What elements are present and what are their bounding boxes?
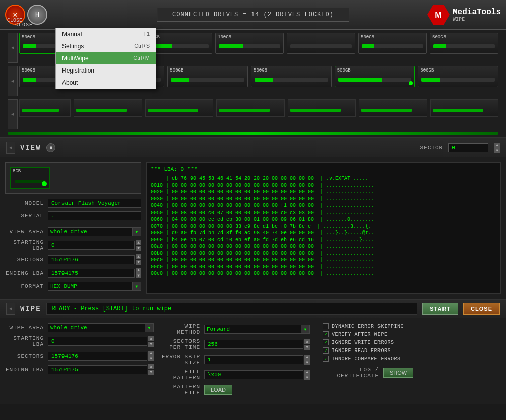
- hex-line: 0090 | b4 0e bb 07 00 cd 10 eb ef a0 fd …: [151, 237, 496, 244]
- view-left-panel: 8GB MODEL SERIAL VIEW AREA: [5, 162, 141, 294]
- wsectors-down[interactable]: ▼: [148, 356, 154, 361]
- wipe-area-select[interactable]: Whole drive: [48, 323, 154, 332]
- menu-item-settings[interactable]: Settings Ctrl+S: [56, 40, 156, 52]
- sector-up[interactable]: ▲: [494, 143, 500, 148]
- help-button[interactable]: H: [27, 5, 47, 25]
- drive-slot-18[interactable]: [288, 99, 356, 117]
- checkbox-row: IGNORE COMPARE ERRORS: [323, 356, 501, 362]
- slba-up[interactable]: ▲: [136, 240, 141, 245]
- fp-up[interactable]: ▲: [304, 370, 310, 375]
- elba-up[interactable]: ▲: [136, 268, 141, 273]
- checkbox-box[interactable]: [323, 356, 329, 362]
- drive-slot-17[interactable]: [216, 99, 284, 117]
- sectors-down[interactable]: ▼: [136, 260, 141, 265]
- wipe-starting-lba-row: STARTING LBA ▲ ▼: [5, 335, 154, 347]
- menu-item-registration[interactable]: Registration: [56, 64, 156, 77]
- drive-slot-6[interactable]: 500GB: [358, 33, 427, 54]
- menu-item-multiwipe[interactable]: MultiWipe Ctrl+M: [56, 52, 156, 64]
- spt-down[interactable]: ▼: [304, 345, 310, 350]
- menu-item-about[interactable]: About: [56, 77, 156, 89]
- starting-lba-spinner[interactable]: ▲ ▼: [136, 240, 141, 251]
- checkbox-box[interactable]: [323, 347, 329, 354]
- wipe-method-label: WIPE METHOD: [161, 323, 204, 335]
- drive-slot-5[interactable]: [287, 33, 355, 54]
- drive-slot-4[interactable]: 100GB: [215, 33, 284, 54]
- sectors-up[interactable]: ▲: [136, 254, 141, 259]
- view-left-nav[interactable]: ◄: [6, 142, 15, 154]
- drive-slot-13[interactable]: 500GB: [418, 66, 498, 87]
- wipe-slba-spinner[interactable]: ▲ ▼: [148, 336, 154, 347]
- slba-down[interactable]: ▼: [136, 246, 141, 251]
- ess-down[interactable]: ▼: [304, 360, 310, 365]
- sectors-per-time-input[interactable]: [204, 340, 303, 349]
- ess-up[interactable]: ▲: [304, 355, 310, 360]
- sector-down[interactable]: ▼: [494, 148, 500, 153]
- checkbox-box[interactable]: [323, 323, 329, 329]
- wipe-elba-spinner[interactable]: ▲ ▼: [148, 364, 154, 375]
- ending-lba-input[interactable]: [48, 269, 135, 278]
- format-select[interactable]: HEX DUMP: [48, 282, 141, 291]
- drive-preview[interactable]: 8GB: [5, 162, 141, 194]
- wipe-close-button[interactable]: CLOSE: [463, 303, 500, 315]
- drive-preview-label: 8GB: [13, 169, 21, 174]
- wipe-left-nav[interactable]: ◄: [6, 303, 15, 315]
- hex-title: *** LBA: 0 ***: [151, 166, 496, 173]
- view-area-select-wrapper: Whole drive ▼: [48, 227, 141, 236]
- sectors-spinner[interactable]: ▲ ▼: [136, 254, 141, 265]
- drive-slot-14[interactable]: [19, 99, 71, 117]
- sector-input[interactable]: [448, 143, 488, 152]
- ending-lba-spinner[interactable]: ▲ ▼: [136, 268, 141, 278]
- wsectors-up[interactable]: ▲: [148, 351, 154, 356]
- elba-down[interactable]: ▼: [136, 273, 141, 278]
- drive-slot-16[interactable]: [145, 99, 213, 117]
- starting-lba-input[interactable]: [48, 241, 135, 250]
- view-area-select[interactable]: Whole drive: [48, 227, 141, 236]
- start-button[interactable]: START: [422, 303, 458, 315]
- hex-lines-container: | eb 76 90 45 58 46 41 54 20 20 20 00 00…: [151, 175, 496, 277]
- checkbox-box[interactable]: [323, 339, 329, 345]
- fp-spinner[interactable]: ▲ ▼: [304, 370, 310, 380]
- menu-item-manual[interactable]: Manual F1: [56, 28, 156, 40]
- ess-spinner[interactable]: ▲ ▼: [304, 355, 310, 365]
- wipe-title: WIPE: [20, 305, 41, 313]
- serial-input[interactable]: [48, 211, 141, 220]
- show-button[interactable]: SHOW: [383, 368, 413, 378]
- drive-slot-12[interactable]: 500GB: [335, 66, 415, 87]
- wipe-method-select[interactable]: Forward: [204, 325, 310, 334]
- wslba-up[interactable]: ▲: [148, 336, 154, 341]
- load-button[interactable]: LOAD: [204, 385, 232, 395]
- wipe-sectors-spinner[interactable]: ▲ ▼: [148, 351, 154, 361]
- view-play-button[interactable]: ⏸: [46, 143, 55, 152]
- sector-spinner[interactable]: ▲ ▼: [494, 143, 500, 153]
- wipe-sectors-row: SECTORS ▲ ▼: [5, 351, 154, 361]
- wslba-down[interactable]: ▼: [148, 342, 154, 347]
- left-nav-btn-1[interactable]: ◄: [8, 33, 18, 63]
- drive-slot-7[interactable]: 500GB: [430, 33, 498, 54]
- format-label: FORMAT: [5, 283, 48, 289]
- drive-slot-20[interactable]: [430, 99, 498, 117]
- wipe-starting-lba-input[interactable]: [48, 337, 147, 346]
- connected-drives-label: CONNECTED DRIVES = 14 (2 DRIVES LOCKED): [157, 8, 349, 22]
- serial-label: SERIAL: [5, 213, 48, 219]
- error-skip-size-input[interactable]: [204, 355, 303, 364]
- checkbox-box[interactable]: [323, 331, 329, 337]
- top-bar: ✕ CLOSE H CONNECTED DRIVES = 14 (2 DRIVE…: [0, 0, 506, 30]
- spt-up[interactable]: ▲: [304, 339, 310, 344]
- sectors-label: SECTORS: [5, 257, 48, 263]
- model-input[interactable]: [48, 199, 141, 208]
- welba-up[interactable]: ▲: [148, 364, 154, 369]
- left-nav-btn-3[interactable]: ◄: [8, 99, 18, 129]
- fp-down[interactable]: ▼: [304, 375, 310, 380]
- drive-slot-11[interactable]: 500GB: [251, 66, 332, 87]
- drive-slot-19[interactable]: [359, 99, 427, 117]
- drive-slot-15[interactable]: [74, 99, 142, 117]
- left-nav-btn-2[interactable]: ◄: [8, 66, 18, 96]
- checkbox-label: IGNORE READ ERRORS: [332, 348, 391, 354]
- wipe-ending-lba-input[interactable]: [48, 365, 147, 374]
- welba-down[interactable]: ▼: [148, 370, 154, 375]
- wipe-sectors-input[interactable]: [48, 352, 147, 361]
- spt-spinner[interactable]: ▲ ▼: [304, 339, 310, 350]
- drive-slot-10[interactable]: 500GB: [167, 66, 248, 87]
- fill-pattern-input[interactable]: [204, 370, 303, 379]
- sectors-input[interactable]: [48, 255, 135, 264]
